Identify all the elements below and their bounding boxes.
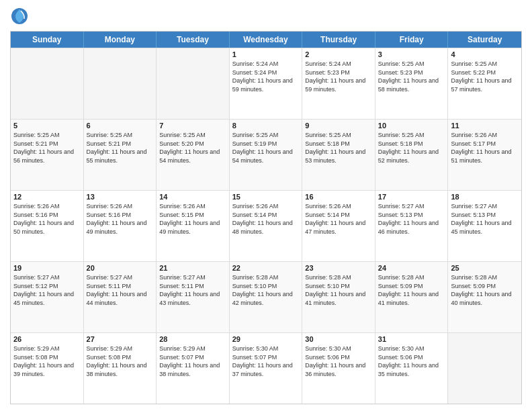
calendar-cell: [157, 48, 230, 119]
day-number: 29: [232, 335, 300, 343]
calendar-cell: 14Sunrise: 5:26 AMSunset: 5:15 PMDayligh…: [157, 191, 230, 261]
header-day-tuesday: Tuesday: [157, 32, 230, 48]
calendar-cell: 28Sunrise: 5:29 AMSunset: 5:07 PMDayligh…: [157, 333, 230, 404]
day-number: 12: [13, 193, 81, 201]
day-number: 3: [378, 50, 445, 58]
calendar-cell: 7Sunrise: 5:25 AMSunset: 5:20 PMDaylight…: [157, 120, 230, 190]
calendar-cell: 31Sunrise: 5:30 AMSunset: 5:06 PMDayligh…: [375, 333, 449, 404]
day-number: 10: [378, 122, 445, 130]
header-day-wednesday: Wednesday: [230, 32, 303, 48]
cell-info: Sunrise: 5:29 AMSunset: 5:08 PMDaylight:…: [87, 345, 154, 378]
calendar-cell: 17Sunrise: 5:27 AMSunset: 5:13 PMDayligh…: [375, 191, 449, 261]
logo-icon: [10, 7, 29, 26]
calendar-cell: 26Sunrise: 5:29 AMSunset: 5:08 PMDayligh…: [11, 333, 84, 404]
calendar-row-4: 26Sunrise: 5:29 AMSunset: 5:08 PMDayligh…: [11, 332, 521, 404]
day-number: 7: [159, 122, 226, 130]
calendar-cell: 13Sunrise: 5:26 AMSunset: 5:16 PMDayligh…: [84, 191, 157, 261]
cell-info: Sunrise: 5:25 AMSunset: 5:21 PMDaylight:…: [13, 131, 81, 165]
cell-info: Sunrise: 5:25 AMSunset: 5:19 PMDaylight:…: [232, 131, 300, 165]
calendar-cell: [11, 48, 84, 119]
calendar-cell: 16Sunrise: 5:26 AMSunset: 5:14 PMDayligh…: [302, 191, 375, 261]
calendar-cell: 6Sunrise: 5:25 AMSunset: 5:21 PMDaylight…: [84, 120, 157, 190]
cell-info: Sunrise: 5:26 AMSunset: 5:15 PMDaylight:…: [159, 202, 226, 236]
calendar-row-3: 19Sunrise: 5:27 AMSunset: 5:12 PMDayligh…: [11, 261, 521, 332]
day-number: 11: [451, 122, 519, 130]
calendar-cell: 11Sunrise: 5:26 AMSunset: 5:17 PMDayligh…: [448, 120, 521, 190]
calendar-cell: 3Sunrise: 5:25 AMSunset: 5:23 PMDaylight…: [375, 48, 449, 119]
calendar-row-0: 1Sunrise: 5:24 AMSunset: 5:24 PMDaylight…: [11, 48, 521, 119]
calendar-cell: 24Sunrise: 5:28 AMSunset: 5:09 PMDayligh…: [375, 262, 449, 332]
cell-info: Sunrise: 5:26 AMSunset: 5:14 PMDaylight:…: [305, 202, 372, 236]
day-number: 25: [451, 264, 519, 272]
calendar: SundayMondayTuesdayWednesdayThursdayFrid…: [10, 31, 522, 404]
day-number: 14: [159, 193, 226, 201]
calendar-cell: 19Sunrise: 5:27 AMSunset: 5:12 PMDayligh…: [11, 262, 84, 332]
day-number: 9: [305, 122, 372, 130]
day-number: 15: [232, 193, 300, 201]
day-number: 6: [87, 122, 154, 130]
calendar-cell: [84, 48, 157, 119]
day-number: 27: [87, 335, 154, 343]
calendar-cell: 1Sunrise: 5:24 AMSunset: 5:24 PMDaylight…: [230, 48, 303, 119]
logo: [10, 7, 30, 26]
cell-info: Sunrise: 5:26 AMSunset: 5:17 PMDaylight:…: [451, 131, 519, 165]
header-day-friday: Friday: [375, 32, 449, 48]
cell-info: Sunrise: 5:29 AMSunset: 5:08 PMDaylight:…: [13, 345, 81, 378]
cell-info: Sunrise: 5:30 AMSunset: 5:07 PMDaylight:…: [232, 345, 300, 378]
header: [10, 7, 522, 26]
cell-info: Sunrise: 5:27 AMSunset: 5:11 PMDaylight:…: [87, 273, 154, 307]
calendar-cell: [448, 333, 521, 404]
calendar-row-1: 5Sunrise: 5:25 AMSunset: 5:21 PMDaylight…: [11, 119, 521, 190]
cell-info: Sunrise: 5:27 AMSunset: 5:13 PMDaylight:…: [378, 202, 445, 236]
cell-info: Sunrise: 5:27 AMSunset: 5:12 PMDaylight:…: [13, 273, 81, 307]
cell-info: Sunrise: 5:26 AMSunset: 5:14 PMDaylight:…: [232, 202, 300, 236]
header-day-thursday: Thursday: [302, 32, 375, 48]
day-number: 17: [378, 193, 445, 201]
cell-info: Sunrise: 5:30 AMSunset: 5:06 PMDaylight:…: [378, 345, 445, 378]
cell-info: Sunrise: 5:25 AMSunset: 5:18 PMDaylight:…: [378, 131, 445, 165]
calendar-cell: 10Sunrise: 5:25 AMSunset: 5:18 PMDayligh…: [375, 120, 449, 190]
day-number: 20: [87, 264, 154, 272]
cell-info: Sunrise: 5:27 AMSunset: 5:13 PMDaylight:…: [451, 202, 519, 236]
cell-info: Sunrise: 5:25 AMSunset: 5:18 PMDaylight:…: [305, 131, 372, 165]
day-number: 21: [159, 264, 226, 272]
calendar-cell: 23Sunrise: 5:28 AMSunset: 5:10 PMDayligh…: [302, 262, 375, 332]
calendar-cell: 15Sunrise: 5:26 AMSunset: 5:14 PMDayligh…: [230, 191, 303, 261]
day-number: 18: [451, 193, 519, 201]
day-number: 8: [232, 122, 300, 130]
calendar-cell: 25Sunrise: 5:28 AMSunset: 5:09 PMDayligh…: [448, 262, 521, 332]
day-number: 31: [378, 335, 445, 343]
cell-info: Sunrise: 5:24 AMSunset: 5:23 PMDaylight:…: [305, 60, 372, 93]
calendar-cell: 20Sunrise: 5:27 AMSunset: 5:11 PMDayligh…: [84, 262, 157, 332]
calendar-cell: 18Sunrise: 5:27 AMSunset: 5:13 PMDayligh…: [448, 191, 521, 261]
day-number: 22: [232, 264, 300, 272]
calendar-cell: 5Sunrise: 5:25 AMSunset: 5:21 PMDaylight…: [11, 120, 84, 190]
calendar-header: SundayMondayTuesdayWednesdayThursdayFrid…: [11, 32, 521, 48]
header-day-sunday: Sunday: [11, 32, 84, 48]
cell-info: Sunrise: 5:30 AMSunset: 5:06 PMDaylight:…: [305, 345, 372, 378]
cell-info: Sunrise: 5:25 AMSunset: 5:20 PMDaylight:…: [159, 131, 226, 165]
day-number: 26: [13, 335, 81, 343]
calendar-cell: 2Sunrise: 5:24 AMSunset: 5:23 PMDaylight…: [302, 48, 375, 119]
cell-info: Sunrise: 5:25 AMSunset: 5:22 PMDaylight:…: [451, 60, 519, 93]
header-day-saturday: Saturday: [448, 32, 521, 48]
calendar-cell: 30Sunrise: 5:30 AMSunset: 5:06 PMDayligh…: [302, 333, 375, 404]
cell-info: Sunrise: 5:25 AMSunset: 5:23 PMDaylight:…: [378, 60, 445, 93]
day-number: 1: [232, 50, 300, 58]
header-day-monday: Monday: [84, 32, 157, 48]
calendar-cell: 29Sunrise: 5:30 AMSunset: 5:07 PMDayligh…: [230, 333, 303, 404]
cell-info: Sunrise: 5:24 AMSunset: 5:24 PMDaylight:…: [232, 60, 300, 93]
cell-info: Sunrise: 5:28 AMSunset: 5:09 PMDaylight:…: [378, 273, 445, 307]
calendar-body: 1Sunrise: 5:24 AMSunset: 5:24 PMDaylight…: [11, 48, 521, 404]
calendar-row-2: 12Sunrise: 5:26 AMSunset: 5:16 PMDayligh…: [11, 190, 521, 261]
calendar-cell: 12Sunrise: 5:26 AMSunset: 5:16 PMDayligh…: [11, 191, 84, 261]
day-number: 24: [378, 264, 445, 272]
calendar-cell: 4Sunrise: 5:25 AMSunset: 5:22 PMDaylight…: [448, 48, 521, 119]
day-number: 30: [305, 335, 372, 343]
day-number: 19: [13, 264, 81, 272]
cell-info: Sunrise: 5:26 AMSunset: 5:16 PMDaylight:…: [87, 202, 154, 236]
day-number: 5: [13, 122, 81, 130]
day-number: 4: [451, 50, 519, 58]
cell-info: Sunrise: 5:29 AMSunset: 5:07 PMDaylight:…: [159, 345, 226, 378]
cell-info: Sunrise: 5:25 AMSunset: 5:21 PMDaylight:…: [87, 131, 154, 165]
